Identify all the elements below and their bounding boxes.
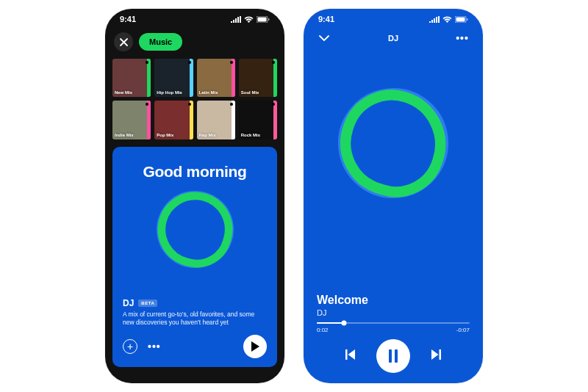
- next-button[interactable]: [429, 347, 444, 365]
- dj-card-description: A mix of current go-to's, old favorites,…: [123, 311, 267, 327]
- mix-tile[interactable]: Hip Hop Mix: [154, 59, 193, 97]
- phone-home-screen: 9:41 Music New MixHip Hop MixLatin MixSo…: [105, 9, 284, 383]
- music-filter-chip[interactable]: Music: [139, 33, 182, 51]
- progress-thumb[interactable]: [342, 320, 347, 325]
- mix-tile[interactable]: Rock Mix: [239, 101, 277, 139]
- status-time: 9:41: [120, 15, 136, 23]
- signal-icon: [429, 16, 440, 23]
- play-icon: [251, 341, 259, 352]
- status-bar: 9:41: [105, 9, 284, 29]
- mix-tile-label: Soul Mix: [241, 90, 259, 95]
- battery-icon: [257, 16, 270, 23]
- dj-orb-icon: [338, 88, 448, 198]
- track-artist: DJ: [317, 308, 470, 317]
- wifi-icon: [442, 16, 452, 23]
- player-header-title: DJ: [388, 34, 398, 43]
- chevron-down-icon: [319, 35, 329, 41]
- svg-rect-1: [258, 17, 267, 21]
- battery-icon: [455, 16, 468, 23]
- progress-bar[interactable]: [317, 322, 470, 324]
- close-button[interactable]: [114, 32, 133, 51]
- mix-tile-label: New Mix: [115, 90, 132, 95]
- beta-badge: BETA: [138, 300, 157, 307]
- previous-button[interactable]: [343, 347, 357, 365]
- mix-tile-label: Pop Mix: [157, 133, 173, 137]
- mix-tile[interactable]: Latin Mix: [197, 59, 235, 97]
- mix-grid: New MixHip Hop MixLatin MixSoul MixIndie…: [105, 59, 284, 139]
- svg-rect-5: [467, 18, 468, 21]
- svg-rect-4: [456, 17, 465, 21]
- close-icon: [120, 38, 128, 46]
- status-indicators: [231, 16, 270, 23]
- dj-card-title: DJ: [123, 298, 134, 308]
- time-elapsed: 0:02: [317, 327, 329, 333]
- status-time: 9:41: [318, 15, 334, 23]
- mix-tile[interactable]: New Mix: [112, 59, 151, 97]
- wifi-icon: [244, 16, 254, 23]
- player-more-button[interactable]: •••: [453, 32, 471, 44]
- status-bar: 9:41: [304, 9, 483, 29]
- dj-card[interactable]: Good morning DJ BETA A mix of current go…: [112, 147, 277, 367]
- pause-button[interactable]: [376, 339, 410, 373]
- dj-orb-icon: [157, 191, 234, 268]
- phone-player-screen: 9:41 DJ ••• Welcome DJ 0:02 -0:: [304, 9, 483, 383]
- player-controls: [304, 339, 483, 373]
- mix-tile[interactable]: Soul Mix: [239, 59, 277, 97]
- skip-next-icon: [429, 347, 444, 362]
- more-options-button[interactable]: •••: [148, 341, 161, 352]
- greeting-title: Good morning: [123, 163, 267, 181]
- mix-tile-label: Hip Hop Mix: [157, 90, 182, 95]
- home-header: Music: [105, 29, 284, 59]
- collapse-button[interactable]: [315, 35, 333, 41]
- progress-area: 0:02 -0:07: [317, 322, 470, 334]
- mix-tile-label: Rap Mix: [199, 133, 216, 137]
- time-remaining: -0:07: [456, 327, 470, 333]
- mix-tile[interactable]: Pop Mix: [154, 101, 193, 139]
- mix-tile-label: Rock Mix: [241, 133, 260, 137]
- mix-tile[interactable]: Indie Mix: [112, 101, 151, 139]
- svg-rect-7: [395, 349, 398, 363]
- player-header: DJ •••: [304, 29, 483, 47]
- track-title: Welcome: [317, 294, 470, 307]
- plus-icon: +: [123, 339, 137, 354]
- signal-icon: [231, 16, 241, 23]
- status-indicators: [429, 16, 468, 23]
- track-meta: Welcome DJ: [317, 294, 470, 317]
- svg-rect-6: [389, 349, 392, 363]
- more-icon: •••: [456, 32, 469, 44]
- more-icon: •••: [148, 341, 161, 352]
- skip-previous-icon: [343, 347, 357, 362]
- mix-tile-label: Latin Mix: [199, 90, 218, 95]
- play-button[interactable]: [243, 335, 267, 358]
- mix-tile[interactable]: Rap Mix: [197, 101, 235, 139]
- pause-icon: [387, 349, 399, 363]
- svg-rect-2: [268, 18, 270, 21]
- mix-tile-label: Indie Mix: [115, 133, 134, 137]
- add-button[interactable]: +: [123, 339, 137, 354]
